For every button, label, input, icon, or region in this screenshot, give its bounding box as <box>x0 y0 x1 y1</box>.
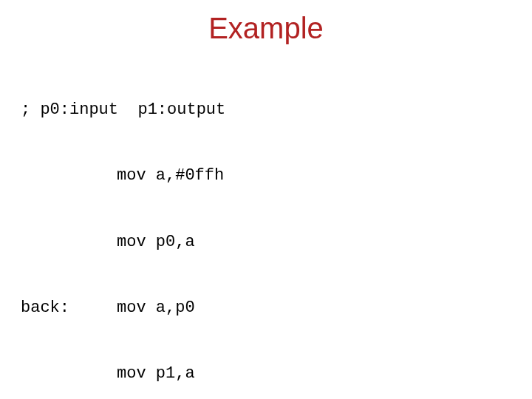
code-instruction: mov p0,a <box>117 231 368 253</box>
code-instruction: mov a,#0ffh <box>117 165 368 187</box>
code-instruction: mov p1,a <box>117 363 368 385</box>
code-instruction: mov a,p0 <box>117 297 368 319</box>
slide-title: Example <box>21 12 511 45</box>
slide: Example ; p0:input p1:output mov a,#0ffh… <box>0 0 532 399</box>
code-line: back:mov a,p0 <box>21 297 511 319</box>
code-block-1: ; p0:input p1:output mov a,#0ffh mov p0,… <box>21 55 511 399</box>
code-line: mov p1,a <box>21 363 511 385</box>
code-line: mov a,#0ffh <box>21 165 511 187</box>
code-comment-line: ; p0:input p1:output <box>21 99 511 121</box>
code-line: mov p0,a <box>21 231 511 253</box>
code-label: back: <box>21 297 117 319</box>
